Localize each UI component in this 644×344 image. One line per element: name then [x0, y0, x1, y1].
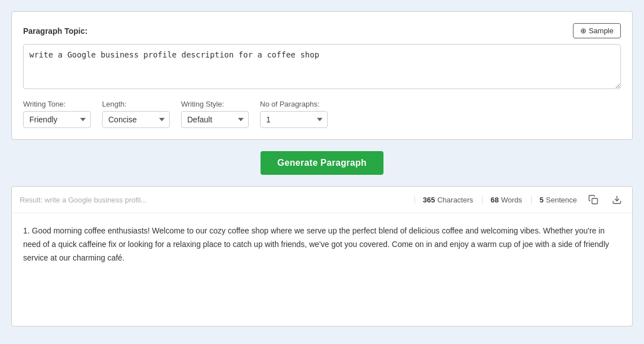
svg-rect-0 — [592, 199, 598, 204]
sentences-stat: 5 Sentence — [531, 196, 577, 204]
writing-tone-select[interactable]: Friendly Formal Casual Humorous Persuasi… — [23, 111, 91, 128]
result-body: 1. Good morning coffee enthusiasts! Welc… — [12, 213, 632, 326]
length-label: Length: — [102, 100, 170, 108]
paragraph-topic-label: Paragraph Topic: — [23, 27, 87, 36]
writing-tone-group: Writing Tone: Friendly Formal Casual Hum… — [23, 100, 91, 128]
length-group: Length: Concise Medium Long — [102, 100, 170, 128]
writing-style-label: Writing Style: — [181, 100, 249, 108]
copy-icon — [588, 195, 598, 205]
generate-button[interactable]: Generate Paragraph — [261, 151, 383, 175]
download-icon — [612, 195, 622, 205]
paragraphs-label: No of Paragraphs: — [260, 100, 328, 108]
paragraph-topic-card: Paragraph Topic: ⊕ Sample write a Google… — [11, 11, 633, 140]
writing-style-select[interactable]: Default Academic Creative Descriptive Ex… — [181, 111, 249, 128]
words-stat: 68 Words — [482, 196, 522, 204]
paragraph-topic-header: Paragraph Topic: ⊕ Sample — [23, 23, 621, 38]
paragraphs-select[interactable]: 1 2 3 4 5 — [260, 111, 328, 128]
paragraphs-group: No of Paragraphs: 1 2 3 4 5 — [260, 100, 328, 128]
sentences-count: 5 — [540, 196, 544, 204]
topic-textarea[interactable]: write a Google business profile descript… — [23, 44, 621, 89]
length-select[interactable]: Concise Medium Long — [102, 111, 170, 128]
controls-row: Writing Tone: Friendly Formal Casual Hum… — [23, 100, 621, 128]
writing-style-group: Writing Style: Default Academic Creative… — [181, 100, 249, 128]
sample-button[interactable]: ⊕ Sample — [573, 23, 621, 38]
result-header: Result: write a Google business profil..… — [12, 187, 632, 213]
characters-count: 365 — [423, 196, 435, 204]
result-card: Result: write a Google business profil..… — [11, 186, 633, 327]
words-count: 68 — [491, 196, 499, 204]
download-button[interactable] — [610, 192, 624, 207]
words-label: Words — [501, 196, 522, 204]
result-placeholder: Result: write a Google business profil..… — [20, 196, 405, 204]
characters-stat: 365 Characters — [414, 196, 473, 204]
characters-label: Characters — [437, 196, 473, 204]
writing-tone-label: Writing Tone: — [23, 100, 91, 108]
copy-button[interactable] — [586, 192, 601, 207]
result-text: 1. Good morning coffee enthusiasts! Welc… — [23, 224, 621, 264]
sentences-label: Sentence — [546, 196, 577, 204]
